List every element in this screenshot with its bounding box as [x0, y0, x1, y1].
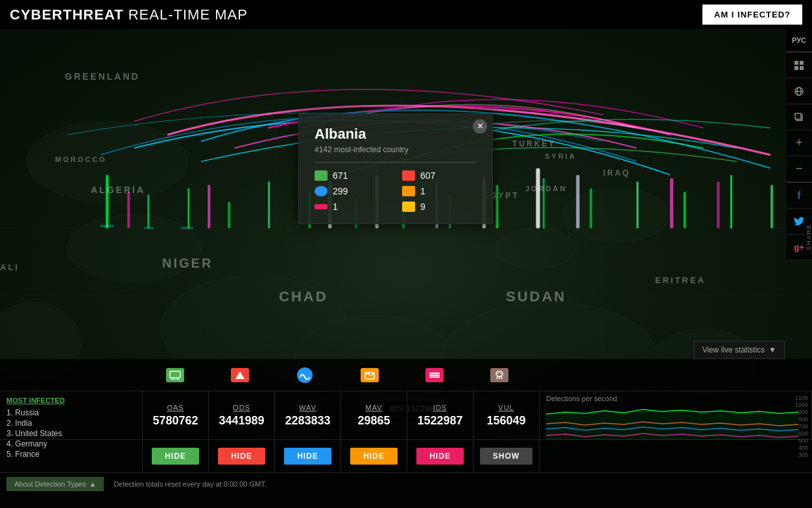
chart-num-300: 300 [795, 452, 808, 458]
hide-ids-button[interactable]: HIDE [416, 448, 464, 465]
icon-tab-oas[interactable] [143, 359, 208, 391]
stat-col-mav-value: 29865 [357, 414, 390, 428]
popup-stat-ids-value: 1 [333, 202, 338, 212]
icon-tab-ids[interactable] [402, 359, 467, 391]
stat-col-mav[interactable]: MAV 29865 [341, 391, 407, 439]
hide-ods-button[interactable]: HIDE [218, 448, 265, 465]
facebook-button[interactable]: f [786, 183, 812, 209]
stat-col-wav[interactable]: WAV 2283833 [275, 391, 341, 439]
chart-num-600: 600 [795, 430, 808, 437]
header-title: CYBERTHREAT REAL-TIME MAP [10, 6, 248, 23]
most-infected-title[interactable]: MOST INFECTED [6, 397, 136, 404]
ods-tab-icon [231, 368, 249, 382]
zoom-out-button[interactable]: − [786, 156, 812, 182]
view-live-statistics-button[interactable]: View live statistics ▼ [694, 341, 785, 359]
hide-btn-ods[interactable]: HIDE [209, 440, 275, 472]
wav-icon [315, 186, 328, 196]
title-light: REAL-TIME MAP [128, 6, 248, 23]
icon-tab-wav[interactable] [272, 359, 337, 391]
popup-stat-mav-value: 1 [420, 186, 425, 196]
zoom-in-button[interactable]: + [786, 130, 812, 156]
chart-svg [546, 404, 805, 440]
popup-rank: #142 most-infected country [315, 145, 477, 154]
hide-oas-button[interactable]: HIDE [152, 448, 199, 465]
stat-col-ods[interactable]: ODS 3441989 [209, 391, 275, 439]
mav-icon [402, 186, 415, 196]
popup-stat-oas: 671 [315, 170, 389, 181]
infected-item-3[interactable]: 3. United States [6, 428, 136, 439]
am-infected-button[interactable]: AM I INFECTED? [702, 5, 802, 25]
popup-stat-wav: 299 [315, 186, 389, 196]
infected-item-1[interactable]: 1. Russia [6, 408, 136, 418]
svg-point-67 [500, 373, 501, 374]
stat-col-ids-value: 1522987 [417, 414, 462, 428]
stat-col-wav-label: WAV [299, 404, 316, 411]
hide-btn-mav[interactable]: HIDE [341, 440, 407, 472]
svg-rect-47 [794, 66, 798, 70]
hide-mav-button[interactable]: HIDE [350, 448, 398, 465]
most-infected-spacer [0, 440, 143, 472]
hide-btn-oas[interactable]: HIDE [143, 440, 209, 472]
hide-wav-button[interactable]: HIDE [284, 448, 331, 465]
popup-stat-ods-value: 607 [420, 170, 435, 181]
svg-marker-68 [546, 410, 798, 440]
header: CYBERTHREAT REAL-TIME MAP AM I INFECTED? [0, 0, 812, 29]
stat-col-ods-value: 3441989 [219, 414, 264, 428]
chart-numbers: 1100 1000 900 800 700 600 500 400 300 [795, 395, 808, 458]
stat-col-oas-value: 5780762 [152, 414, 198, 428]
chart-area: Detections per second 1100 1000 900 800 … [540, 391, 812, 439]
stat-col-vul[interactable]: VUL 156049 [473, 391, 540, 439]
ids-icon [315, 204, 328, 209]
stat-col-oas-label: OAS [167, 404, 184, 411]
icon-tab-mav[interactable] [337, 359, 402, 391]
show-btn-vul[interactable]: SHOW [473, 440, 540, 472]
ids-tab-icon [425, 368, 444, 382]
svg-rect-45 [794, 61, 798, 65]
about-chevron-icon: ▲ [89, 480, 96, 488]
vul-tab-icon [490, 368, 508, 382]
about-detection-button[interactable]: About Detection Types ▲ [6, 477, 104, 491]
popup-stats: 671 607 299 1 1 9 [315, 170, 477, 212]
svg-rect-46 [800, 61, 804, 65]
svg-rect-48 [800, 66, 804, 70]
popup-stat-oas-value: 671 [333, 170, 348, 181]
twitter-button[interactable] [786, 209, 812, 235]
popup-country-name: Albania [315, 126, 477, 143]
popup-stat-mav: 1 [402, 186, 477, 196]
oas-icon [315, 170, 328, 181]
grid-button[interactable] [786, 52, 812, 78]
stat-col-ids[interactable]: IDS 1522987 [407, 391, 473, 439]
stats-row: MOST INFECTED 1. Russia 2. India 3. Unit… [0, 391, 812, 440]
show-vul-button[interactable]: SHOW [480, 448, 532, 465]
stat-col-ods-label: ODS [233, 404, 250, 411]
popup-stat-wav-value: 299 [333, 186, 348, 196]
copy-button[interactable] [786, 104, 812, 130]
chart-num-400: 400 [795, 444, 808, 451]
icon-tab-vul[interactable] [467, 359, 532, 391]
button-row: HIDE HIDE HIDE HIDE HIDE SHOW [0, 440, 812, 472]
hide-btn-wav[interactable]: HIDE [275, 440, 341, 472]
stat-col-oas[interactable]: OAS 5780762 [143, 391, 209, 439]
popup-close-button[interactable]: ✕ [473, 119, 487, 133]
chart-num-1000: 1000 [795, 402, 808, 408]
vul-icon [402, 202, 415, 212]
chart-num-1100: 1100 [795, 395, 808, 401]
right-sidebar: РУС + − f g+ SHARE [786, 29, 812, 260]
infected-item-2[interactable]: 2. India [6, 418, 136, 428]
title-bold: CYBERTHREAT [10, 6, 124, 23]
language-button[interactable]: РУС [786, 29, 812, 52]
wav-tab-icon [297, 367, 313, 383]
chart-title: Detections per second [546, 395, 805, 402]
popup-stat-vul: 9 [402, 202, 477, 212]
hide-btn-ids[interactable]: HIDE [407, 440, 473, 472]
chart-num-700: 700 [795, 423, 808, 430]
googleplus-button[interactable]: g+ [786, 235, 812, 260]
globe-button[interactable] [786, 78, 812, 104]
chart-num-800: 800 [795, 416, 808, 422]
stat-col-vul-label: VUL [498, 404, 514, 411]
footer-row: About Detection Types ▲ Detection totals… [0, 472, 812, 495]
svg-point-62 [496, 371, 503, 376]
chart-num-500: 500 [795, 437, 808, 444]
ods-icon [402, 170, 415, 181]
icon-tab-ods[interactable] [208, 359, 272, 391]
